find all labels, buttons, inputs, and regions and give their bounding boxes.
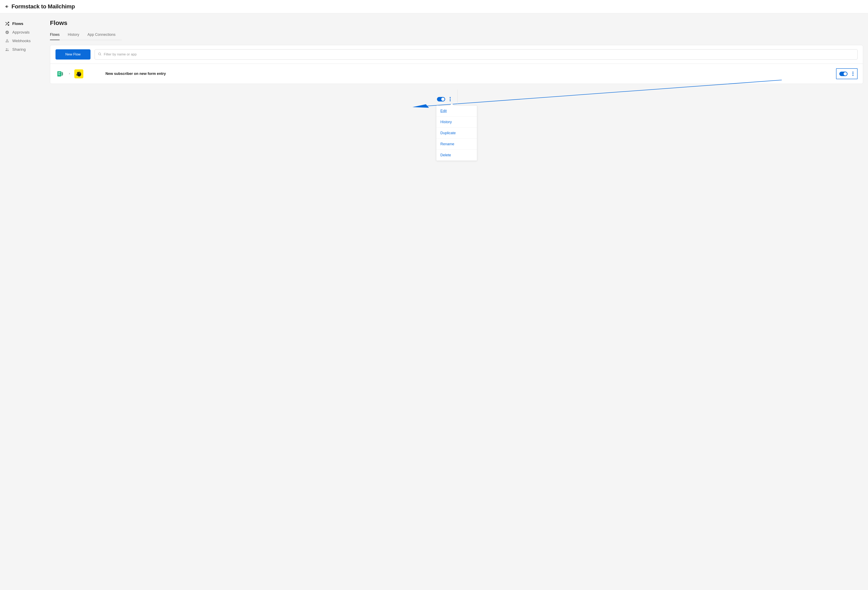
tabs: Flows History App Connections: [50, 32, 122, 40]
tab-app-connections[interactable]: App Connections: [87, 32, 115, 40]
check-circle-icon: [5, 30, 9, 35]
header: Formstack to Mailchimp: [0, 0, 868, 13]
shuffle-icon: [5, 22, 9, 26]
search-wrapper: [94, 49, 858, 60]
webhook-icon: [5, 39, 9, 43]
menu-item-rename[interactable]: Rename: [436, 139, 477, 150]
menu-item-duplicate[interactable]: Duplicate: [436, 128, 477, 139]
toolbar: New Flow: [50, 45, 863, 64]
tab-history[interactable]: History: [68, 32, 79, 40]
menu-item-delete[interactable]: Delete: [436, 150, 477, 160]
menu-item-history[interactable]: History: [436, 116, 477, 128]
popup-kebab-menu-icon[interactable]: [449, 96, 452, 102]
svg-point-7: [6, 48, 7, 49]
svg-point-3: [6, 31, 9, 34]
sidebar-item-label: Approvals: [12, 30, 30, 35]
sidebar-item-webhooks[interactable]: Webhooks: [5, 37, 42, 45]
back-arrow-icon[interactable]: [5, 4, 9, 9]
context-menu: Edit History Duplicate Rename Delete: [436, 105, 477, 161]
sidebar: Flows Approvals Webhooks Sharing: [5, 19, 42, 161]
tab-flows[interactable]: Flows: [50, 32, 60, 40]
sidebar-item-label: Sharing: [12, 47, 26, 52]
sidebar-item-approvals[interactable]: Approvals: [5, 28, 42, 37]
section-title: Flows: [50, 19, 863, 26]
popup-flow-toggle[interactable]: [437, 97, 445, 102]
page-title: Formstack to Mailchimp: [12, 3, 75, 10]
new-flow-button[interactable]: New Flow: [56, 49, 90, 60]
sidebar-item-label: Webhooks: [12, 39, 31, 43]
main-content: Flows Flows History App Connections New …: [50, 19, 863, 161]
svg-point-9: [99, 53, 101, 55]
svg-point-5: [7, 41, 9, 42]
search-icon: [98, 52, 102, 57]
svg-point-4: [6, 41, 7, 42]
menu-item-edit[interactable]: Edit: [436, 106, 477, 116]
popup-illustration: Edit History Duplicate Rename Delete: [50, 96, 863, 161]
svg-line-10: [100, 55, 101, 56]
people-icon: [5, 47, 9, 52]
sidebar-item-flows[interactable]: Flows: [5, 19, 42, 28]
svg-point-8: [7, 49, 8, 49]
sidebar-item-sharing[interactable]: Sharing: [5, 45, 42, 54]
sidebar-item-label: Flows: [12, 22, 23, 26]
search-input[interactable]: [94, 49, 858, 60]
svg-line-2: [6, 22, 7, 23]
